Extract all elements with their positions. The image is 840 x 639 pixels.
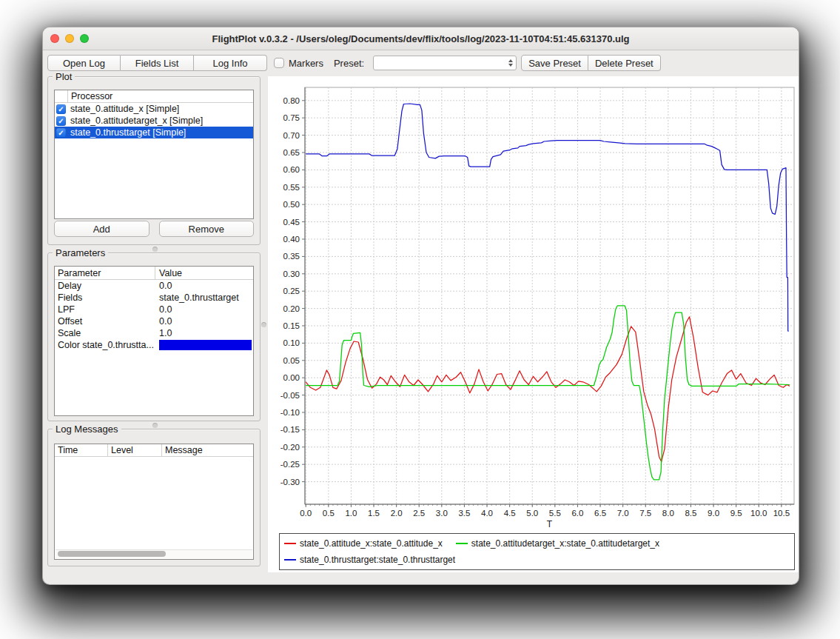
plot-buttons-row: Add Remove — [54, 221, 254, 237]
svg-text:-0.10: -0.10 — [280, 408, 300, 417]
parameter-value[interactable]: 0.0 — [155, 304, 253, 315]
parameter-value[interactable]: 0.0 — [155, 316, 253, 327]
processor-table-header: Processor — [55, 90, 253, 103]
traffic-lights — [50, 34, 89, 43]
svg-text:-0.20: -0.20 — [280, 443, 300, 452]
parameters-table[interactable]: Parameter Value Delay0.0Fieldsstate_0.th… — [54, 266, 254, 416]
remove-button[interactable]: Remove — [159, 221, 255, 237]
preset-action-buttons: Save Preset Delete Preset — [521, 55, 661, 71]
processor-list-body: ✓state_0.attitude_x [Simple]✓state_0.att… — [55, 103, 253, 138]
scrollbar-thumb[interactable] — [58, 551, 166, 557]
horizontal-scrollbar[interactable] — [56, 549, 252, 558]
combobox-stepper-icon[interactable] — [508, 59, 513, 67]
desktop: FlightPlot v.0.3.2 - /Users/oleg/Documen… — [0, 0, 840, 639]
parameter-value[interactable]: 0.0 — [155, 281, 253, 291]
flightplot-window: FlightPlot v.0.3.2 - /Users/oleg/Documen… — [42, 27, 799, 585]
parameter-name: Scale — [55, 328, 155, 338]
plot-item-checkbox[interactable]: ✓ — [56, 116, 66, 126]
add-button[interactable]: Add — [54, 221, 149, 237]
parameter-value[interactable]: 1.0 — [155, 328, 253, 338]
svg-text:7.0: 7.0 — [617, 509, 629, 518]
plot-item-checkbox[interactable]: ✓ — [56, 104, 66, 114]
plot-item[interactable]: ✓state_0.attitude_x [Simple] — [55, 103, 253, 115]
parameter-value[interactable] — [155, 340, 253, 350]
fields-list-button[interactable]: Fields List — [121, 55, 194, 71]
plot-item-label[interactable]: state_0.attitudetarget_x [Simple] — [68, 116, 203, 126]
minimize-window-icon[interactable] — [65, 34, 74, 43]
svg-text:0.15: 0.15 — [283, 321, 300, 330]
processor-column-header: Processor — [68, 91, 112, 101]
plot-item-checkbox[interactable]: ✓ — [56, 128, 66, 138]
legend-item-label: state_0.attitudetarget_x:state_0.attitud… — [471, 538, 659, 549]
legend-row-1: state_0.attitude_x:state_0.attitude_xsta… — [284, 535, 790, 552]
save-preset-button[interactable]: Save Preset — [521, 55, 588, 71]
plot-group-title: Plot — [53, 71, 75, 82]
svg-text:0.05: 0.05 — [283, 356, 300, 365]
parameter-name: Delay — [55, 281, 155, 291]
plot-item-label[interactable]: state_0.attitude_x [Simple] — [68, 104, 179, 114]
svg-text:0.65: 0.65 — [283, 148, 300, 157]
svg-text:1.0: 1.0 — [345, 509, 357, 518]
parameter-value[interactable]: state_0.thrusttarget — [155, 292, 253, 303]
plot-item[interactable]: ✓state_0.attitudetarget_x [Simple] — [55, 115, 253, 127]
svg-text:0.55: 0.55 — [283, 183, 300, 192]
delete-preset-button[interactable]: Delete Preset — [588, 55, 661, 71]
parameter-row[interactable]: Scale1.0 — [55, 327, 253, 339]
legend-item-label: state_0.thrusttarget:state_0.thrusttarge… — [300, 555, 455, 565]
titlebar[interactable]: FlightPlot v.0.3.2 - /Users/oleg/Documen… — [43, 27, 799, 50]
processor-table[interactable]: Processor ✓state_0.attitude_x [Simple]✓s… — [54, 90, 254, 219]
parameter-name: Fields — [55, 292, 155, 303]
parameters-table-body: Delay0.0Fieldsstate_0.thrusttargetLPF0.0… — [55, 280, 253, 351]
svg-text:0.25: 0.25 — [283, 287, 300, 295]
plot-item-checkbox-cell: ✓ — [55, 116, 68, 126]
split-divider-vertical[interactable] — [261, 76, 268, 572]
svg-text:0.70: 0.70 — [283, 131, 300, 140]
color-swatch[interactable] — [159, 340, 252, 350]
legend-item-label: state_0.attitude_x:state_0.attitude_x — [300, 538, 443, 549]
preset-label: Preset: — [334, 58, 364, 69]
divider-grip-icon[interactable] — [261, 322, 266, 327]
svg-text:0.30: 0.30 — [283, 270, 300, 278]
svg-text:0.0: 0.0 — [300, 509, 312, 518]
svg-text:-0.05: -0.05 — [280, 391, 300, 400]
legend-item: state_0.attitude_x:state_0.attitude_x — [284, 538, 443, 549]
parameter-row[interactable]: Fieldsstate_0.thrusttarget — [55, 292, 253, 304]
preset-combobox[interactable] — [373, 56, 517, 70]
zoom-window-icon[interactable] — [80, 34, 89, 43]
plot-group: Plot Processor ✓state_0.attitude_x [Simp… — [47, 76, 261, 245]
parameter-row[interactable]: LPF0.0 — [55, 304, 253, 315]
toolbar: Open Log Fields List Log Info Markers Pr… — [47, 55, 795, 71]
svg-text:-0.25: -0.25 — [280, 460, 300, 469]
open-log-button[interactable]: Open Log — [47, 55, 121, 71]
parameter-row[interactable]: Delay0.0 — [55, 280, 253, 292]
parameter-row[interactable]: Color state_0.thrustta... — [55, 339, 253, 351]
divider-grip-icon[interactable] — [152, 247, 158, 252]
chart-canvas[interactable]: 0.800.750.700.650.600.550.500.450.400.35… — [268, 76, 799, 532]
svg-text:0.75: 0.75 — [283, 113, 300, 122]
log-messages-table[interactable]: Time Level Message — [54, 444, 254, 560]
close-window-icon[interactable] — [50, 34, 59, 43]
svg-text:0.10: 0.10 — [283, 338, 300, 347]
parameter-name: Color state_0.thrustta... — [55, 340, 155, 350]
parameter-name: Offset — [55, 316, 155, 327]
markers-checkbox[interactable] — [274, 58, 284, 68]
parameter-row[interactable]: Offset0.0 — [55, 315, 253, 327]
svg-text:2.5: 2.5 — [413, 509, 425, 518]
log-info-button[interactable]: Log Info — [194, 55, 267, 71]
parameters-table-header: Parameter Value — [55, 267, 253, 280]
svg-text:0.00: 0.00 — [283, 373, 300, 382]
plot-item[interactable]: ✓state_0.thrusttarget [Simple] — [55, 127, 253, 138]
svg-text:3.0: 3.0 — [436, 509, 448, 518]
chart-legend: state_0.attitude_x:state_0.attitude_xsta… — [279, 533, 795, 570]
divider-grip-icon[interactable] — [152, 423, 158, 428]
log-messages-group-title: Log Messages — [53, 424, 121, 435]
svg-text:2.0: 2.0 — [391, 509, 403, 518]
svg-text:8.0: 8.0 — [662, 509, 674, 518]
plot-item-checkbox-cell: ✓ — [55, 128, 68, 138]
svg-text:9.5: 9.5 — [730, 509, 742, 518]
time-column-header: Time — [55, 444, 108, 456]
plot-item-label[interactable]: state_0.thrusttarget [Simple] — [68, 127, 186, 138]
svg-text:10.0: 10.0 — [750, 509, 767, 518]
svg-text:6.5: 6.5 — [594, 509, 606, 518]
plot-area[interactable] — [305, 87, 794, 504]
